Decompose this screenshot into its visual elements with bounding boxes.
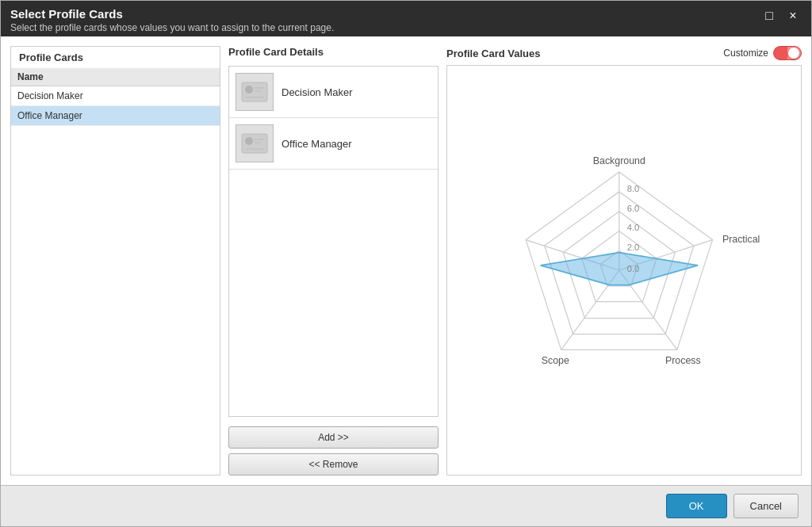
svg-text:2.0: 2.0 <box>627 242 640 252</box>
title-bar: Select Profile Cards Select the profile … <box>1 1 811 36</box>
title-bar-left: Select Profile Cards Select the profile … <box>10 7 334 33</box>
svg-rect-1 <box>245 86 253 94</box>
card-thumb-icon-office-manager <box>239 128 270 159</box>
left-panel-header: Profile Cards <box>11 47 220 68</box>
card-details-list: Decision Maker Office Manager <box>228 66 439 417</box>
maximize-button[interactable]: □ <box>760 7 778 25</box>
customize-row: Customize <box>723 46 802 60</box>
close-button[interactable]: × <box>784 7 802 25</box>
svg-text:8.0: 8.0 <box>627 184 640 193</box>
middle-panel-header: Profile Card Details <box>228 46 439 58</box>
right-panel-title: Profile Card Values <box>446 48 541 59</box>
chart-container: Background Practical Process Scope 8.0 6… <box>446 65 802 475</box>
card-thumb-icon-decision-maker <box>239 76 270 108</box>
svg-text:Practical: Practical <box>722 234 760 245</box>
content-area: Profile Cards Name Decision Maker Office… <box>1 36 811 485</box>
list-header: Name <box>11 68 220 86</box>
right-panel-header: Profile Card Values Customize <box>446 46 802 60</box>
middle-buttons: Add >> << Remove <box>228 426 439 475</box>
svg-text:6.0: 6.0 <box>627 204 640 213</box>
card-detail-decision-maker[interactable]: Decision Maker <box>229 67 438 118</box>
svg-text:4.0: 4.0 <box>627 223 640 232</box>
bottom-bar: OK Cancel <box>1 485 811 526</box>
select-profile-cards-dialog: Select Profile Cards Select the profile … <box>0 0 812 527</box>
svg-rect-4 <box>245 97 264 98</box>
customize-toggle[interactable] <box>773 46 802 60</box>
cancel-button[interactable]: Cancel <box>733 494 799 518</box>
list-item-office-manager[interactable]: Office Manager <box>11 106 220 126</box>
radar-chart: Background Practical Process Scope 8.0 6… <box>447 66 801 475</box>
svg-text:0.0: 0.0 <box>627 264 640 273</box>
title-bar-controls: □ × <box>760 7 802 25</box>
svg-rect-2 <box>255 87 264 89</box>
card-detail-office-manager[interactable]: Office Manager <box>229 118 438 170</box>
toggle-knob <box>788 48 799 59</box>
card-detail-name-decision-maker: Decision Maker <box>282 86 353 98</box>
list-item-decision-maker[interactable]: Decision Maker <box>11 86 220 106</box>
right-panel: Profile Card Values Customize <box>446 46 802 475</box>
middle-panel: Profile Card Details Decision Maker <box>228 46 439 475</box>
svg-rect-8 <box>255 142 261 143</box>
profile-card-list: Name Decision Maker Office Manager <box>11 68 220 475</box>
customize-label: Customize <box>723 48 768 59</box>
svg-text:Process: Process <box>665 355 701 366</box>
dialog-title: Select Profile Cards <box>10 7 334 21</box>
svg-rect-9 <box>245 148 264 150</box>
ok-button[interactable]: OK <box>666 494 727 518</box>
card-thumb-office-manager <box>236 124 274 162</box>
card-detail-name-office-manager: Office Manager <box>282 138 352 150</box>
svg-rect-3 <box>255 90 261 92</box>
dialog-subtitle: Select the profile cards whose values yo… <box>10 22 334 33</box>
add-button[interactable]: Add >> <box>228 426 439 449</box>
left-panel: Profile Cards Name Decision Maker Office… <box>10 46 220 475</box>
card-thumb-decision-maker <box>236 73 274 111</box>
svg-text:Scope: Scope <box>542 355 569 366</box>
remove-button[interactable]: << Remove <box>228 453 439 475</box>
svg-marker-20 <box>541 253 698 285</box>
svg-rect-7 <box>255 139 264 140</box>
svg-rect-6 <box>245 137 253 145</box>
svg-text:Background: Background <box>593 155 645 166</box>
